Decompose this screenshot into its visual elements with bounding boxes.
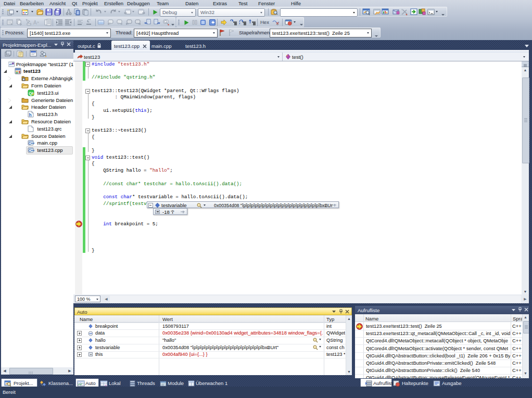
svg-text:C++: C++ <box>29 142 35 145</box>
svg-text:C++: C++ <box>29 149 35 152</box>
svg-text:A: A <box>33 20 37 25</box>
svg-text:h: h <box>29 112 32 118</box>
